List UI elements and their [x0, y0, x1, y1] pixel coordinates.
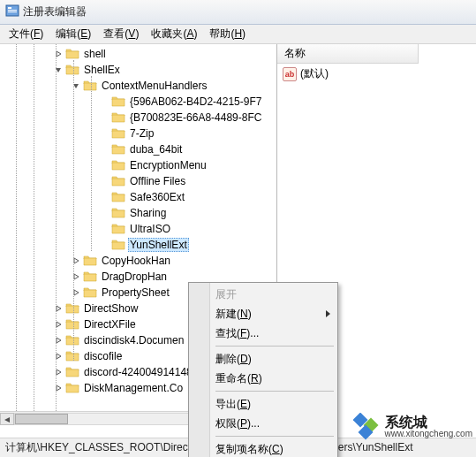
tree-item-label: discindisk4.Documen [82, 333, 185, 347]
tree-item-label: PropertySheet [100, 286, 171, 300]
menu-separator [215, 346, 334, 347]
tree-item-label: {596AB062-B4D2-4215-9F7 [128, 95, 263, 109]
tree-item-shellex[interactable]: ShellEx [2, 62, 276, 78]
tree-item[interactable]: duba_64bit [2, 141, 276, 157]
tree-guide-line [34, 44, 34, 411]
expand-toggle-icon[interactable] [53, 65, 64, 75]
scroll-left-arrow[interactable]: ◂ [0, 413, 14, 425]
tree-item-contextmenuhandlers[interactable]: ContextMenuHandlers [2, 78, 276, 94]
tree-item-label: Sharing [128, 206, 168, 220]
context-menu-item[interactable]: 导出(E) [191, 394, 336, 414]
window-title: 注册表编辑器 [23, 4, 87, 19]
context-menu-item[interactable]: 重命名(R) [191, 369, 336, 388]
context-menu-item[interactable]: 新建(N) [191, 304, 336, 324]
expand-toggle-icon[interactable] [53, 383, 64, 393]
expand-toggle-icon[interactable] [53, 303, 64, 314]
tree-item[interactable]: Offline Files [2, 173, 276, 189]
expand-toggle-icon[interactable] [71, 80, 81, 91]
tree-item-label: YunShellExt [128, 238, 189, 252]
tree-item[interactable]: CopyHookHan [2, 253, 276, 269]
tree-item[interactable]: 7-Zip [2, 126, 276, 141]
menu-file[interactable]: 文件(F) [4, 25, 49, 43]
tree-item-label: duba_64bit [128, 142, 184, 156]
tree-item-label: shell [82, 47, 108, 61]
expand-toggle-icon[interactable] [53, 49, 64, 59]
tree-item-label: 7-Zip [128, 126, 155, 141]
context-menu-item: 展开 [191, 285, 336, 304]
tree-item-label: ShellEx [82, 63, 122, 77]
tree-item[interactable]: {596AB062-B4D2-4215-9F7 [2, 94, 276, 110]
titlebar: 注册表编辑器 [0, 0, 476, 25]
svg-rect-2 [8, 10, 17, 11]
scroll-thumb[interactable] [15, 414, 68, 424]
context-menu-item[interactable]: 删除(D) [191, 349, 336, 369]
tree-item-label: {B700823E-66A8-4489-8FC [128, 110, 263, 125]
context-menu-item[interactable]: 复制项名称(C) [191, 439, 336, 457]
context-menu-item[interactable]: 查找(F)... [191, 324, 336, 343]
tree-item-label: ContextMenuHandlers [100, 79, 208, 93]
tree-item-label: discord-424004914148 [82, 365, 194, 379]
string-value-icon: ab [283, 67, 297, 81]
expand-toggle-icon[interactable] [71, 255, 81, 266]
tree-item-label: discofile [82, 349, 124, 363]
tree-item[interactable]: YunShellExt [2, 237, 276, 253]
tree-item-label: DragDropHan [100, 270, 169, 284]
column-header-name[interactable]: 名称 [277, 44, 419, 64]
tree-item-label: DirectShow [82, 301, 140, 316]
expand-toggle-icon[interactable] [53, 367, 64, 377]
context-menu-item[interactable]: 权限(P)... [191, 414, 336, 433]
svg-rect-3 [8, 11, 17, 12]
tree-guide-line [16, 44, 17, 411]
menu-edit[interactable]: 编辑(E) [50, 25, 96, 43]
tree-item-label: CopyHookHan [100, 254, 172, 268]
tree-item-shell[interactable]: shell [2, 46, 276, 62]
value-name: (默认) [300, 66, 329, 81]
tree-item[interactable]: Sharing [2, 205, 276, 221]
value-row[interactable]: ab (默认) [277, 64, 476, 84]
menu-view[interactable]: 查看(V) [98, 25, 144, 43]
tree-item[interactable]: UltraISO [2, 221, 276, 237]
expand-toggle-icon[interactable] [53, 335, 64, 346]
svg-rect-1 [8, 7, 11, 9]
tree-item[interactable]: EncryptionMenu [2, 157, 276, 173]
menu-separator [215, 436, 334, 437]
menu-separator [215, 391, 334, 392]
tree-item-label: Offline Files [128, 174, 187, 188]
tree-guide-line [73, 60, 74, 361]
menu-help[interactable]: 帮助(H) [204, 25, 251, 43]
submenu-arrow-icon [326, 310, 330, 317]
tree-item[interactable]: {B700823E-66A8-4489-8FC [2, 110, 276, 126]
context-menu: 展开新建(N)查找(F)...删除(D)重命名(R)导出(E)权限(P)...复… [188, 282, 338, 457]
tree-guide-line [91, 76, 92, 251]
app-icon [5, 4, 23, 20]
menu-favorites[interactable]: 收藏夹(A) [146, 25, 202, 43]
tree-guide-line [56, 44, 57, 411]
expand-toggle-icon[interactable] [71, 287, 81, 298]
tree-item-label: UltraISO [128, 222, 172, 236]
tree-item-label: Safe360Ext [128, 190, 186, 204]
tree-item-label: DiskManagement.Co [82, 381, 185, 395]
expand-toggle-icon[interactable] [53, 319, 64, 330]
menubar: 文件(F) 编辑(E) 查看(V) 收藏夹(A) 帮助(H) [0, 25, 476, 44]
tree-item-label: EncryptionMenu [128, 158, 208, 172]
tree-item-label: DirectXFile [82, 317, 138, 331]
expand-toggle-icon[interactable] [71, 271, 81, 282]
expand-toggle-icon[interactable] [53, 351, 64, 362]
tree-item[interactable]: Safe360Ext [2, 189, 276, 205]
